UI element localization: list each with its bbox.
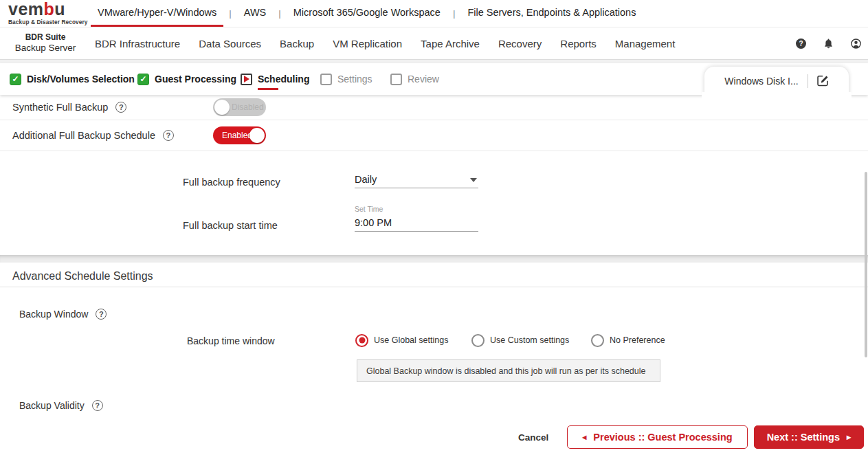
section-divider-strip [0, 255, 868, 263]
full-backup-start-time-label: Full backup start time [183, 220, 278, 231]
nav-vm-replication[interactable]: VM Replication [333, 38, 402, 49]
step-scheduling[interactable]: Scheduling [241, 63, 309, 95]
help-tooltip-icon[interactable]: ? [92, 400, 103, 411]
toggle-knob [249, 128, 265, 143]
advanced-schedule-settings-title: Advanced Schedule Settings [12, 270, 153, 282]
tab-separator: | [447, 0, 461, 27]
main-nav: BDR Infrastructure Data Sources Backup V… [95, 38, 675, 49]
radio-no-preference[interactable]: No Preference [591, 333, 665, 347]
arrow-right-icon: ▸ [847, 433, 851, 441]
user-account-icon[interactable] [851, 38, 861, 49]
full-backup-frequency-label: Full backup frequency [183, 177, 280, 188]
edit-job-name-icon[interactable] [817, 75, 829, 87]
unchecked-checkbox-icon [390, 74, 402, 85]
nav-tape-archive[interactable]: Tape Archive [421, 38, 480, 49]
job-name-tab: Windows Disk I... [704, 67, 849, 95]
suite-subtitle: Backup Server [0, 43, 91, 54]
step-label: Review [408, 74, 439, 85]
horizontal-divider [0, 287, 868, 287]
step-settings[interactable]: Settings [320, 63, 372, 95]
tab-separator: | [223, 0, 237, 27]
logo-part: u [54, 0, 65, 19]
tab-microsoft365-google[interactable]: Microsoft 365/Google Workspace [287, 0, 447, 27]
step-label: Guest Processing [155, 74, 236, 85]
global-backup-window-info-box: Global Backup window is disabled and thi… [357, 359, 660, 382]
next-settings-button[interactable]: Next :: Settings ▸ [754, 425, 864, 449]
set-time-field-label: Set Time [355, 205, 383, 213]
cancel-button[interactable]: Cancel [518, 432, 548, 443]
tab-aws[interactable]: AWS [237, 0, 274, 27]
synthetic-full-backup-toggle[interactable]: Disabled [213, 98, 266, 116]
step-review[interactable]: Review [390, 63, 439, 95]
step-label: Disk/Volumes Selection [27, 74, 135, 85]
toggle-state-label: Enabled [222, 126, 252, 144]
logo-part-accent: b [44, 0, 55, 19]
radio-unselected-icon [591, 334, 604, 347]
full-backup-schedule-form: Full backup frequency Daily Full backup … [0, 151, 868, 255]
additional-full-backup-schedule-row: Additional Full Backup Schedule ? Enable… [0, 120, 868, 151]
toggle-knob [214, 100, 230, 115]
nav-bdr-infrastructure[interactable]: BDR Infrastructure [95, 38, 180, 49]
full-backup-frequency-select[interactable]: Daily [355, 172, 478, 188]
vertical-scrollbar-thumb[interactable] [865, 172, 867, 357]
app-window: vembu Backup & Disaster Recovery VMware/… [0, 0, 868, 455]
nav-reports[interactable]: Reports [560, 38, 597, 49]
advanced-schedule-settings-section: Advanced Schedule Settings Backup Window… [0, 263, 868, 419]
product-header: vembu Backup & Disaster Recovery VMware/… [0, 0, 868, 27]
step-label: Scheduling [258, 74, 309, 85]
nav-recovery[interactable]: Recovery [498, 38, 542, 49]
backup-time-window-label: Backup time window [187, 335, 275, 346]
help-tooltip-icon[interactable]: ? [163, 130, 174, 141]
backup-window-label: Backup Window ? [19, 309, 107, 320]
nav-data-sources[interactable]: Data Sources [199, 38, 261, 49]
vertical-divider [808, 74, 808, 88]
tab-vmware-hyperv-windows[interactable]: VMware/Hyper-V/Windows [91, 0, 223, 27]
previous-guest-processing-button[interactable]: ◂ Previous :: Guest Processing [567, 425, 747, 449]
additional-full-backup-schedule-label: Additional Full Backup Schedule [12, 130, 155, 141]
nav-management[interactable]: Management [615, 38, 676, 49]
help-icon[interactable]: ? [796, 38, 806, 49]
backup-validity-label: Backup Validity ? [19, 400, 103, 411]
checked-checkbox-icon: ✓ [10, 74, 21, 85]
radio-label: Use Custom settings [490, 335, 569, 345]
app-bar: BDR Suite Backup Server BDR Infrastructu… [0, 27, 868, 60]
synthetic-full-backup-label: Synthetic Full Backup [12, 102, 108, 113]
arrow-left-icon: ◂ [582, 433, 586, 441]
radio-label: No Preference [610, 335, 665, 345]
logo-tagline: Backup & Disaster Recovery [8, 19, 91, 25]
radio-selected-icon [355, 334, 368, 347]
step-guest-processing[interactable]: ✓ Guest Processing [137, 63, 236, 95]
tab-file-servers-endpoints[interactable]: File Servers, Endpoints & Applications [460, 0, 643, 27]
chevron-down-icon [470, 178, 477, 182]
wizard-steps-bar: ✓ Disk/Volumes Selection ✓ Guest Process… [0, 63, 868, 95]
unchecked-checkbox-icon [320, 74, 332, 85]
job-name-label: Windows Disk I... [724, 76, 798, 87]
vembu-logo: vembu Backup & Disaster Recovery [0, 0, 91, 27]
wizard-footer: Cancel ◂ Previous :: Guest Processing Ne… [0, 419, 868, 455]
suite-title: BDR Suite [0, 32, 91, 43]
toggle-state-label: Disabled [232, 98, 264, 116]
radio-use-custom-settings[interactable]: Use Custom settings [471, 333, 569, 347]
tab-separator: | [273, 0, 287, 27]
help-tooltip-icon[interactable]: ? [96, 309, 107, 320]
suite-label: BDR Suite Backup Server [0, 32, 91, 54]
product-tabs: VMware/Hyper-V/Windows | AWS | Microsoft… [91, 0, 643, 27]
radio-label: Use Global settings [374, 335, 448, 345]
notifications-bell-icon[interactable] [823, 38, 834, 49]
checked-checkbox-icon: ✓ [137, 74, 149, 85]
additional-full-backup-schedule-toggle[interactable]: Enabled [213, 126, 266, 144]
start-time-input[interactable]: 9:00 PM [355, 214, 478, 232]
play-icon [241, 74, 252, 85]
radio-unselected-icon [471, 334, 485, 347]
radio-use-global-settings[interactable]: Use Global settings [355, 333, 448, 347]
selected-frequency-value: Daily [355, 174, 377, 185]
step-disk-volumes-selection[interactable]: ✓ Disk/Volumes Selection [10, 63, 135, 95]
logo-wordmark: vembu [8, 1, 91, 17]
nav-backup[interactable]: Backup [280, 38, 314, 49]
step-label: Settings [337, 74, 372, 85]
start-time-value: 9:00 PM [355, 217, 392, 228]
help-tooltip-icon[interactable]: ? [115, 102, 126, 113]
logo-part: vem [8, 0, 44, 19]
app-bar-icons: ? [796, 38, 868, 49]
